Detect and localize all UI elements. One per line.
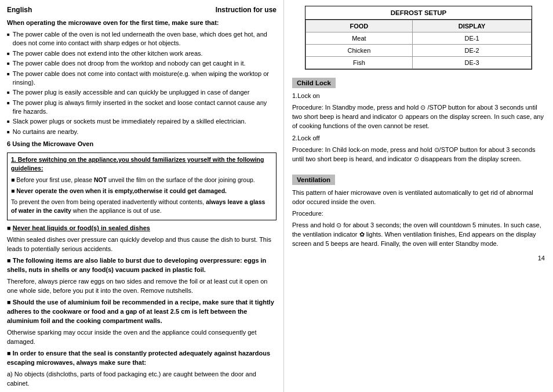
food-cell: Fish: [305, 57, 412, 69]
lock-on-title: 1.Lock on: [292, 92, 545, 101]
using-title: 6 Using the Microwave Oven: [7, 140, 276, 149]
left-panel: English Instruction for use When operati…: [0, 0, 284, 392]
food-cell: Chicken: [305, 45, 412, 57]
guideline-box: 1. Before switching on the appliance,you…: [7, 153, 276, 220]
defrost-col-food: FOOD: [305, 20, 412, 32]
doc-subtitle: Instruction for use: [216, 6, 276, 14]
lock-off-title: 2.Lock off: [292, 134, 545, 143]
defrost-table-wrapper: DEFROST SETUP FOOD DISPLAY Meat DE-1 Chi…: [305, 6, 532, 70]
lock-off-text: Procedure: In Child lock-on mode, press …: [292, 146, 545, 164]
right-panel: DEFROST SETUP FOOD DISPLAY Meat DE-1 Chi…: [284, 0, 553, 392]
list-item: No curtains are nearby.: [7, 128, 276, 136]
sealed-text: Within sealed dishes over pressure can q…: [7, 235, 276, 254]
child-lock-section: Child Lock 1.Lock on Procedure: In Stand…: [292, 78, 545, 164]
language-title: English: [7, 6, 32, 14]
list-item: The power cable does not extend into the…: [7, 49, 276, 58]
display-cell: DE-1: [412, 32, 531, 45]
display-cell: DE-2: [412, 45, 531, 57]
list-item: Slack power plugs or sockets must be imm…: [7, 117, 276, 126]
lock-on-text: Procedure: In Standby mode, press and ho…: [292, 103, 545, 131]
defrost-title: DEFROST SETUP: [305, 6, 532, 20]
guideline-text3: To prevent the oven from being operated …: [11, 198, 272, 215]
table-row: Fish DE-3: [305, 57, 531, 69]
seal-bold: ■ In order to ensure that the seal is co…: [7, 349, 276, 368]
food-cell: Meat: [305, 32, 412, 45]
safety-bullets: The power cable of the oven is not led u…: [7, 30, 276, 136]
list-item: The power plug is always firmly inserted…: [7, 99, 276, 117]
list-item: The power cable of the oven is not led u…: [7, 30, 276, 48]
seal-a: a) No objects (dishcloths, parts of food…: [7, 370, 276, 389]
overpressure-text: Therefore, always pierce raw eggs on two…: [7, 277, 276, 296]
ventilation-procedure-title: Procedure:: [292, 209, 545, 219]
guideline-text2: ■ Never operate the oven when it is empt…: [11, 187, 272, 195]
overpressure-bold: ■ The following items are also liable to…: [7, 256, 276, 275]
page-header: English Instruction for use: [7, 6, 276, 14]
list-item: The power cable does not come into conta…: [7, 70, 276, 88]
aluminium-text: Otherwise sparking may occur inside the …: [7, 328, 276, 347]
child-lock-header: Child Lock: [292, 78, 336, 88]
right-page-num: 14: [538, 255, 545, 262]
right-page-num-row: 14: [292, 255, 545, 262]
aluminium-bold: ■ Should the use of aluminium foil be re…: [7, 298, 276, 326]
ventilation-intro: This pattern of haier microwave oven is …: [292, 188, 545, 207]
sealed-title: ■ Never heat liquids or food(s) in seale…: [7, 224, 276, 233]
defrost-col-display: DISPLAY: [412, 20, 531, 32]
list-item: The power plug is easily accessible and …: [7, 88, 276, 97]
ventilation-section: Ventilation This pattern of haier microw…: [292, 169, 545, 249]
ventilation-procedure-text: Press and hold ⊙ for about 3 seconds; th…: [292, 221, 545, 249]
ventilation-header: Ventilation: [292, 175, 335, 185]
table-row: Chicken DE-2: [305, 45, 531, 57]
display-cell: DE-3: [412, 57, 531, 69]
guideline-box-title: 1. Before switching on the appliance,you…: [11, 155, 272, 173]
defrost-table: FOOD DISPLAY Meat DE-1 Chicken DE-2 Fish…: [305, 20, 532, 69]
list-item: The power cable does not droop from the …: [7, 59, 276, 68]
table-row: Meat DE-1: [305, 32, 531, 45]
guideline-text1: ■ Before your first use, please NOT unve…: [11, 176, 272, 184]
safety-title: When operating the microwave oven for th…: [7, 19, 276, 28]
